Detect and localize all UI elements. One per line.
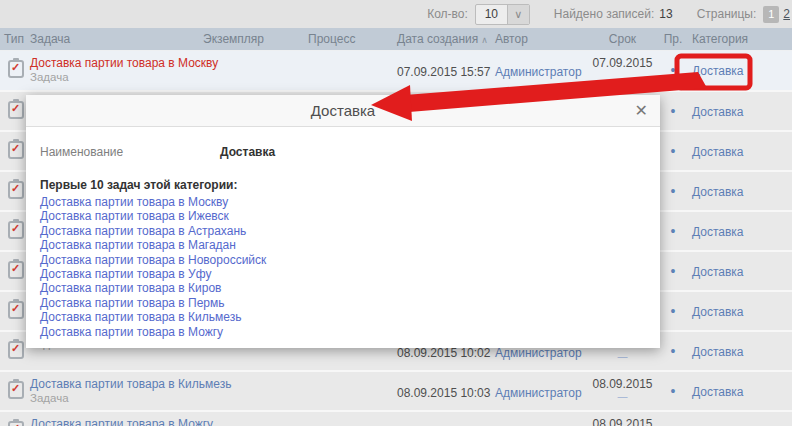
task-clipboard-icon: ✓ bbox=[8, 181, 24, 199]
row-pr-cell: • bbox=[660, 372, 686, 410]
name-row: Наименование Доставка bbox=[40, 145, 646, 159]
page-size-select[interactable]: 10 ∨ bbox=[475, 4, 530, 25]
row-pr-cell: • bbox=[660, 92, 686, 130]
header-task[interactable]: Задача bbox=[28, 32, 200, 46]
priority-dot-icon: • bbox=[671, 143, 676, 159]
due-date: 08.09.2015 bbox=[592, 417, 652, 426]
check-icon: ✓ bbox=[11, 222, 20, 235]
check-icon: ✓ bbox=[11, 382, 20, 395]
row-category-cell: Доставка bbox=[686, 51, 792, 90]
category-link[interactable]: Доставка bbox=[692, 64, 744, 78]
author-link[interactable]: Администратор bbox=[495, 65, 582, 79]
task-subtitle: Задача bbox=[30, 70, 200, 84]
table-row[interactable]: ✓ Доставка партии товара в Москву Задача… bbox=[0, 50, 792, 90]
modal-task-link[interactable]: Доставка партии товара в Пермь bbox=[40, 296, 646, 310]
header-process[interactable]: Процесс bbox=[305, 32, 395, 46]
row-type-cell: ✓ bbox=[0, 212, 28, 250]
row-due-cell: 08.09.2015 — bbox=[585, 372, 660, 410]
due-date: 08.09.2015 bbox=[592, 377, 652, 391]
found-count: 13 bbox=[659, 7, 672, 21]
header-created[interactable]: Дата создания∧ bbox=[395, 32, 490, 46]
modal-title: Доставка bbox=[311, 102, 375, 119]
check-icon: ✓ bbox=[11, 342, 20, 355]
check-icon: ✓ bbox=[11, 262, 20, 275]
row-created-cell: 08.09.2015 10:03 bbox=[395, 372, 490, 410]
category-link[interactable]: Доставка bbox=[692, 345, 744, 359]
table-row[interactable]: ✓ Доставка партии товара в Можгу 08.09.2… bbox=[0, 410, 792, 426]
page-button-next[interactable]: 2 bbox=[783, 7, 790, 21]
header-due[interactable]: Срок bbox=[585, 32, 660, 46]
category-link[interactable]: Доставка bbox=[692, 225, 744, 239]
category-link[interactable]: Доставка bbox=[692, 385, 744, 399]
row-category-cell: Доставка bbox=[686, 372, 792, 410]
header-category[interactable]: Категория bbox=[686, 32, 792, 46]
priority-dot-icon: • bbox=[671, 303, 676, 319]
table-header: Тип Задача Экземпляр Процесс Дата создан… bbox=[0, 28, 792, 50]
modal-task-link[interactable]: Доставка партии товара в Ижевск bbox=[40, 209, 646, 223]
row-category-cell: Доставка bbox=[686, 132, 792, 170]
found-label: Найдено записей: bbox=[554, 7, 654, 21]
priority-dot-icon: • bbox=[671, 223, 676, 239]
task-subtitle: Задача bbox=[30, 391, 200, 405]
author-link[interactable]: Администратор bbox=[495, 386, 582, 400]
header-type: Тип bbox=[0, 32, 28, 46]
row-category-cell: Доставка bbox=[686, 252, 792, 290]
row-process-cell bbox=[305, 372, 395, 410]
modal-task-link[interactable]: Доставка партии товара в Новороссийск bbox=[40, 253, 646, 267]
task-clipboard-icon: ✓ bbox=[8, 341, 24, 359]
row-category-cell: Доставка bbox=[686, 332, 792, 370]
priority-dot-icon: • bbox=[671, 343, 676, 359]
row-author-cell: Администратор bbox=[490, 372, 585, 410]
category-link[interactable]: Доставка bbox=[692, 185, 744, 199]
row-pr-cell: • bbox=[660, 212, 686, 250]
task-title-link[interactable]: Доставка партии товара в Москву bbox=[30, 56, 200, 70]
modal-header: Доставка ✕ bbox=[26, 95, 660, 127]
row-task-cell: Доставка партии товара в Кильмезь Задача bbox=[28, 372, 200, 410]
modal-task-link[interactable]: Доставка партии товара в Уфу bbox=[40, 267, 646, 281]
modal-task-link[interactable]: Доставка партии товара в Можгу bbox=[40, 325, 646, 339]
row-category-cell: Доставка bbox=[686, 172, 792, 210]
modal-task-link[interactable]: Доставка партии товара в Магадан bbox=[40, 238, 646, 252]
category-link[interactable]: Доставка bbox=[692, 145, 744, 159]
author-link[interactable]: Администратор bbox=[495, 346, 582, 360]
priority-dot-icon: • bbox=[671, 183, 676, 199]
task-title-link[interactable]: Доставка партии товара в Можгу bbox=[30, 417, 200, 426]
chevron-down-icon[interactable]: ∨ bbox=[507, 5, 529, 24]
task-title-link[interactable]: Доставка партии товара в Кильмезь bbox=[30, 377, 200, 391]
row-type-cell: ✓ bbox=[0, 132, 28, 170]
header-author[interactable]: Автор bbox=[490, 32, 585, 46]
row-pr-cell: • bbox=[660, 172, 686, 210]
category-modal: Доставка ✕ Наименование Доставка Первые … bbox=[26, 95, 660, 348]
task-clipboard-icon: ✓ bbox=[8, 301, 24, 319]
header-instance[interactable]: Экземпляр bbox=[200, 32, 305, 46]
modal-task-link[interactable]: Доставка партии товара в Астрахань bbox=[40, 224, 646, 238]
task-clipboard-icon: ✓ bbox=[8, 60, 24, 78]
task-clipboard-icon: ✓ bbox=[8, 221, 24, 239]
category-link[interactable]: Доставка bbox=[692, 305, 744, 319]
row-author-cell: Администратор bbox=[490, 51, 585, 90]
priority-dot-icon: • bbox=[671, 263, 676, 279]
due-dash-link[interactable]: — bbox=[618, 351, 628, 362]
due-date: 07.09.2015 bbox=[592, 56, 652, 70]
table-row[interactable]: ✓ Доставка партии товара в Кильмезь Зада… bbox=[0, 370, 792, 410]
check-icon: ✓ bbox=[11, 182, 20, 195]
due-dash-link[interactable]: — bbox=[618, 391, 628, 402]
category-link[interactable]: Доставка bbox=[692, 105, 744, 119]
modal-task-link[interactable]: Доставка партии товара в Кильмезь bbox=[40, 310, 646, 324]
row-process-cell bbox=[305, 51, 395, 90]
row-due-cell: 07.09.2015 bbox=[585, 51, 660, 90]
modal-task-link[interactable]: Доставка партии товара в Киров bbox=[40, 281, 646, 295]
task-clipboard-icon: ✓ bbox=[8, 381, 24, 399]
pages-label: Страницы: bbox=[697, 7, 757, 21]
task-list-app: Кол-во: 10 ∨ Найдено записей: 13 Страниц… bbox=[0, 0, 792, 426]
row-task-cell: Доставка партии товара в Можгу bbox=[28, 412, 200, 426]
priority-dot-icon: • bbox=[671, 62, 676, 78]
page-button-current[interactable]: 1 bbox=[763, 6, 779, 23]
close-icon[interactable]: ✕ bbox=[635, 101, 648, 121]
modal-task-link[interactable]: Доставка партии товара в Москву bbox=[40, 195, 646, 209]
category-link[interactable]: Доставка bbox=[692, 265, 744, 279]
row-instance-cell bbox=[200, 412, 305, 426]
row-pr-cell bbox=[660, 412, 686, 426]
list-heading: Первые 10 задач этой категории: bbox=[40, 178, 646, 193]
row-due-cell: 08.09.2015 bbox=[585, 412, 660, 426]
